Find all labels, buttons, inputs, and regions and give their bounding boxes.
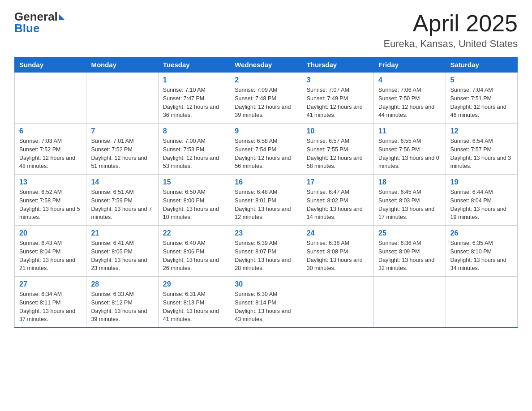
day-number: 23 <box>235 229 297 237</box>
weekday-header-wednesday: Wednesday <box>230 57 302 73</box>
calendar-cell <box>86 73 158 124</box>
day-number: 12 <box>450 127 513 135</box>
day-info: Sunrise: 6:36 AMSunset: 8:09 PMDaylight:… <box>378 239 441 273</box>
day-info: Sunrise: 7:10 AMSunset: 7:47 PMDaylight:… <box>163 86 225 120</box>
calendar-cell: 23Sunrise: 6:39 AMSunset: 8:07 PMDayligh… <box>230 226 302 277</box>
calendar-cell: 24Sunrise: 6:38 AMSunset: 8:08 PMDayligh… <box>302 226 373 277</box>
day-number: 15 <box>163 178 225 186</box>
weekday-header-sunday: Sunday <box>15 57 86 73</box>
calendar-cell: 7Sunrise: 7:01 AMSunset: 7:52 PMDaylight… <box>86 124 158 175</box>
day-number: 17 <box>307 178 369 186</box>
logo-general-text: General <box>14 11 58 22</box>
day-info: Sunrise: 6:41 AMSunset: 8:05 PMDaylight:… <box>91 239 153 273</box>
day-info: Sunrise: 6:47 AMSunset: 8:02 PMDaylight:… <box>307 188 369 222</box>
calendar-cell <box>446 277 517 328</box>
day-number: 3 <box>307 76 369 84</box>
calendar-cell: 28Sunrise: 6:33 AMSunset: 8:12 PMDayligh… <box>86 277 158 328</box>
logo-blue-text: Blue <box>14 22 65 34</box>
day-info: Sunrise: 6:39 AMSunset: 8:07 PMDaylight:… <box>235 239 297 273</box>
day-info: Sunrise: 6:48 AMSunset: 8:01 PMDaylight:… <box>235 188 297 222</box>
day-number: 10 <box>307 127 369 135</box>
day-info: Sunrise: 6:54 AMSunset: 7:57 PMDaylight:… <box>450 137 513 171</box>
day-info: Sunrise: 6:31 AMSunset: 8:13 PMDaylight:… <box>163 290 225 324</box>
day-info: Sunrise: 6:34 AMSunset: 8:11 PMDaylight:… <box>19 290 82 324</box>
day-number: 21 <box>91 229 153 237</box>
weekday-header-friday: Friday <box>374 57 446 73</box>
day-info: Sunrise: 7:07 AMSunset: 7:49 PMDaylight:… <box>307 86 369 120</box>
logo-icon <box>59 14 65 20</box>
day-number: 29 <box>163 280 225 288</box>
calendar-title: April 2025 <box>383 11 518 36</box>
title-block: April 2025 Eureka, Kansas, United States <box>383 11 518 50</box>
calendar-cell: 12Sunrise: 6:54 AMSunset: 7:57 PMDayligh… <box>446 124 517 175</box>
calendar-cell: 3Sunrise: 7:07 AMSunset: 7:49 PMDaylight… <box>302 73 373 124</box>
day-info: Sunrise: 6:40 AMSunset: 8:06 PMDaylight:… <box>163 239 225 273</box>
weekday-header-saturday: Saturday <box>446 57 517 73</box>
calendar-cell: 11Sunrise: 6:55 AMSunset: 7:56 PMDayligh… <box>374 124 446 175</box>
calendar-cell <box>302 277 373 328</box>
calendar-cell: 21Sunrise: 6:41 AMSunset: 8:05 PMDayligh… <box>86 226 158 277</box>
day-info: Sunrise: 6:43 AMSunset: 8:04 PMDaylight:… <box>19 239 82 273</box>
day-number: 5 <box>450 76 513 84</box>
day-number: 2 <box>235 76 297 84</box>
calendar-subtitle: Eureka, Kansas, United States <box>383 38 518 50</box>
calendar-cell: 8Sunrise: 7:00 AMSunset: 7:53 PMDaylight… <box>158 124 230 175</box>
day-info: Sunrise: 7:04 AMSunset: 7:51 PMDaylight:… <box>450 86 513 120</box>
day-info: Sunrise: 7:01 AMSunset: 7:52 PMDaylight:… <box>91 137 153 171</box>
calendar-cell: 25Sunrise: 6:36 AMSunset: 8:09 PMDayligh… <box>374 226 446 277</box>
header: General Blue April 2025 Eureka, Kansas, … <box>14 11 518 50</box>
calendar-week-row: 6Sunrise: 7:03 AMSunset: 7:52 PMDaylight… <box>15 124 518 175</box>
day-info: Sunrise: 7:06 AMSunset: 7:50 PMDaylight:… <box>378 86 441 120</box>
calendar-week-row: 13Sunrise: 6:52 AMSunset: 7:58 PMDayligh… <box>15 175 518 226</box>
calendar-cell: 6Sunrise: 7:03 AMSunset: 7:52 PMDaylight… <box>15 124 86 175</box>
day-number: 9 <box>235 127 297 135</box>
day-info: Sunrise: 6:55 AMSunset: 7:56 PMDaylight:… <box>378 137 441 171</box>
calendar-week-row: 20Sunrise: 6:43 AMSunset: 8:04 PMDayligh… <box>15 226 518 277</box>
day-number: 4 <box>378 76 441 84</box>
calendar-cell: 14Sunrise: 6:51 AMSunset: 7:59 PMDayligh… <box>86 175 158 226</box>
calendar-cell: 29Sunrise: 6:31 AMSunset: 8:13 PMDayligh… <box>158 277 230 328</box>
calendar-cell: 20Sunrise: 6:43 AMSunset: 8:04 PMDayligh… <box>15 226 86 277</box>
day-number: 18 <box>378 178 441 186</box>
day-number: 25 <box>378 229 441 237</box>
calendar-cell: 27Sunrise: 6:34 AMSunset: 8:11 PMDayligh… <box>15 277 86 328</box>
calendar-week-row: 27Sunrise: 6:34 AMSunset: 8:11 PMDayligh… <box>15 277 518 328</box>
day-info: Sunrise: 6:35 AMSunset: 8:10 PMDaylight:… <box>450 239 513 273</box>
calendar-cell: 19Sunrise: 6:44 AMSunset: 8:04 PMDayligh… <box>446 175 517 226</box>
calendar-cell: 26Sunrise: 6:35 AMSunset: 8:10 PMDayligh… <box>446 226 517 277</box>
day-number: 19 <box>450 178 513 186</box>
day-info: Sunrise: 6:50 AMSunset: 8:00 PMDaylight:… <box>163 188 225 222</box>
day-number: 20 <box>19 229 82 237</box>
day-info: Sunrise: 6:57 AMSunset: 7:55 PMDaylight:… <box>307 137 369 171</box>
calendar-cell: 1Sunrise: 7:10 AMSunset: 7:47 PMDaylight… <box>158 73 230 124</box>
day-number: 16 <box>235 178 297 186</box>
day-info: Sunrise: 6:51 AMSunset: 7:59 PMDaylight:… <box>91 188 153 222</box>
day-info: Sunrise: 6:45 AMSunset: 8:03 PMDaylight:… <box>378 188 441 222</box>
day-number: 28 <box>91 280 153 288</box>
day-number: 26 <box>450 229 513 237</box>
calendar-cell: 18Sunrise: 6:45 AMSunset: 8:03 PMDayligh… <box>374 175 446 226</box>
day-info: Sunrise: 6:58 AMSunset: 7:54 PMDaylight:… <box>235 137 297 171</box>
day-number: 14 <box>91 178 153 186</box>
calendar-cell: 16Sunrise: 6:48 AMSunset: 8:01 PMDayligh… <box>230 175 302 226</box>
logo: General Blue <box>14 11 65 34</box>
calendar-cell: 2Sunrise: 7:09 AMSunset: 7:48 PMDaylight… <box>230 73 302 124</box>
day-number: 6 <box>19 127 82 135</box>
day-info: Sunrise: 6:44 AMSunset: 8:04 PMDaylight:… <box>450 188 513 222</box>
day-number: 30 <box>235 280 297 288</box>
day-info: Sunrise: 6:38 AMSunset: 8:08 PMDaylight:… <box>307 239 369 273</box>
calendar-cell: 5Sunrise: 7:04 AMSunset: 7:51 PMDaylight… <box>446 73 517 124</box>
day-info: Sunrise: 6:52 AMSunset: 7:58 PMDaylight:… <box>19 188 82 222</box>
weekday-header-thursday: Thursday <box>302 57 373 73</box>
day-number: 22 <box>163 229 225 237</box>
day-info: Sunrise: 7:03 AMSunset: 7:52 PMDaylight:… <box>19 137 82 171</box>
day-info: Sunrise: 6:33 AMSunset: 8:12 PMDaylight:… <box>91 290 153 324</box>
weekday-header-row: SundayMondayTuesdayWednesdayThursdayFrid… <box>15 57 518 73</box>
day-number: 11 <box>378 127 441 135</box>
day-number: 27 <box>19 280 82 288</box>
calendar-cell: 13Sunrise: 6:52 AMSunset: 7:58 PMDayligh… <box>15 175 86 226</box>
calendar-table: SundayMondayTuesdayWednesdayThursdayFrid… <box>14 57 518 328</box>
weekday-header-tuesday: Tuesday <box>158 57 230 73</box>
day-info: Sunrise: 6:30 AMSunset: 8:14 PMDaylight:… <box>235 290 297 324</box>
calendar-week-row: 1Sunrise: 7:10 AMSunset: 7:47 PMDaylight… <box>15 73 518 124</box>
